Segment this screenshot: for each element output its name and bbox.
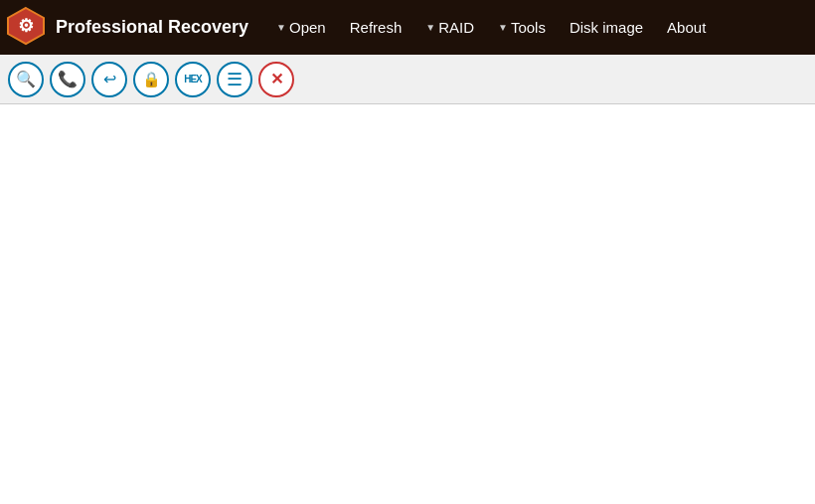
lock-icon: 🔒 (142, 71, 161, 88)
raid-arrow: ▼ (425, 22, 435, 33)
list-icon: ☰ (227, 71, 243, 88)
close-icon: ✕ (270, 70, 283, 88)
menu-tools[interactable]: ▼ Tools (488, 13, 556, 42)
hex-button[interactable]: HEX (175, 62, 211, 97)
scan-button[interactable]: 📞 (50, 62, 85, 97)
menu-raid[interactable]: ▼ RAID (415, 13, 484, 42)
menu-open[interactable]: ▼ Open (266, 13, 336, 42)
app-logo: ⚙ (6, 6, 52, 50)
menu-about[interactable]: About (657, 13, 716, 42)
lock-button[interactable]: 🔒 (133, 62, 169, 97)
app-title: Professional Recovery (56, 17, 248, 38)
recover-icon: ↩ (103, 70, 116, 88)
scan-icon: 📞 (58, 70, 78, 88)
toolbar: 🔍 📞 ↩ 🔒 HEX ☰ ✕ (0, 55, 815, 104)
menu-disk-image[interactable]: Disk image (560, 13, 653, 42)
open-arrow: ▼ (276, 22, 286, 33)
menubar: ⚙ Professional Recovery ▼ Open Refresh ▼… (0, 0, 815, 55)
main-content (0, 104, 815, 504)
recover-button[interactable]: ↩ (91, 62, 127, 97)
list-button[interactable]: ☰ (217, 62, 252, 97)
hex-icon: HEX (184, 74, 202, 84)
search-icon: 🔍 (16, 70, 36, 88)
search-button[interactable]: 🔍 (8, 62, 44, 97)
svg-text:⚙: ⚙ (18, 16, 34, 36)
close-button[interactable]: ✕ (258, 62, 294, 97)
menu-refresh[interactable]: Refresh (340, 13, 412, 42)
tools-arrow: ▼ (498, 22, 508, 33)
